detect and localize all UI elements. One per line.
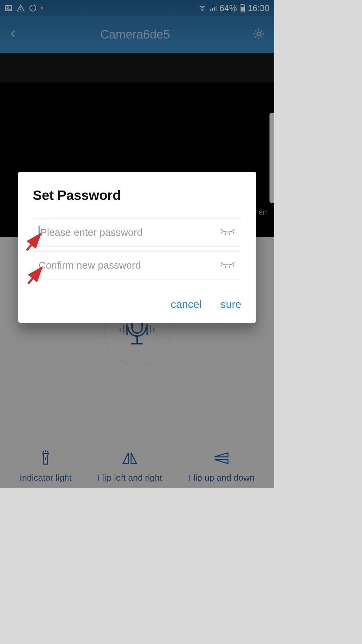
- confirm-password-input[interactable]: [39, 260, 216, 271]
- confirm-password-field-wrapper: [33, 251, 241, 279]
- password-field-wrapper: [33, 218, 241, 247]
- password-input[interactable]: [40, 227, 216, 238]
- cancel-button[interactable]: cancel: [171, 298, 202, 311]
- dialog-actions: cancel sure: [33, 298, 241, 311]
- set-password-dialog: Set Password cancel sure: [18, 172, 256, 323]
- sure-button[interactable]: sure: [221, 298, 241, 311]
- eye-closed-icon[interactable]: [220, 260, 236, 271]
- dialog-title: Set Password: [33, 188, 241, 203]
- text-caret: [39, 226, 40, 239]
- eye-closed-icon[interactable]: [220, 227, 236, 238]
